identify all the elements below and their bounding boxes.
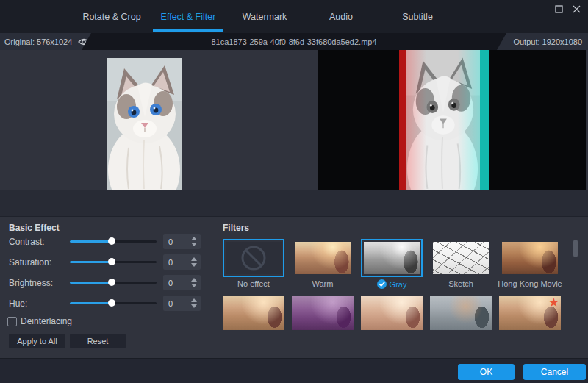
spin-up-icon[interactable] — [191, 257, 197, 261]
anaglyph-cyan-band — [480, 50, 489, 190]
saturation-label: Saturation: — [9, 257, 51, 268]
spin-down-icon[interactable] — [191, 243, 197, 246]
saturation-slider[interactable] — [70, 258, 157, 266]
saturation-slider-thumb[interactable] — [108, 258, 115, 265]
deinterlacing-checkbox[interactable] — [7, 317, 17, 326]
info-bar: Original: 576x1024 81ca1873-259a-40f0-8f… — [0, 33, 588, 50]
ok-button[interactable]: OK — [458, 364, 514, 380]
filter-hong-kong-movie[interactable] — [499, 239, 561, 277]
filter-hong-kong-movie-label[interactable]: Hong Kong Movie — [499, 279, 561, 288]
preview-eye-button[interactable] — [78, 37, 90, 46]
filter-gray[interactable] — [361, 239, 423, 277]
tab-bar: Rotate & Crop Effect & Filter Watermark … — [74, 0, 456, 33]
tab-watermark[interactable]: Watermark — [226, 0, 303, 33]
selected-check-icon — [377, 279, 387, 289]
tab-audio[interactable]: Audio — [303, 0, 379, 33]
apply-to-all-button[interactable]: Apply to All — [9, 334, 65, 348]
maximize-icon — [555, 5, 563, 13]
contrast-value: 0 — [163, 237, 189, 246]
brightness-label: Brightness: — [9, 278, 53, 288]
filter-thumb-row2-1[interactable] — [223, 296, 284, 330]
anaglyph-tint-overlay — [406, 50, 480, 190]
filtered-video-preview — [399, 50, 489, 190]
reset-button[interactable]: Reset — [70, 334, 126, 348]
original-resolution-badge: Original: 576x1024 — [0, 33, 91, 50]
hue-slider[interactable] — [70, 299, 157, 307]
filter-sketch[interactable] — [430, 239, 492, 277]
video-filename: 81ca1873-259a-40f0-8f6d-33f680da5ed2.mp4 — [147, 33, 441, 50]
tab-label: Watermark — [243, 12, 287, 22]
footer-bar: OK Cancel — [0, 358, 588, 383]
contrast-slider[interactable] — [70, 237, 157, 246]
anaglyph-red-band — [399, 50, 406, 190]
contrast-slider-thumb[interactable] — [108, 237, 115, 245]
brightness-slider[interactable] — [70, 279, 157, 287]
output-resolution: Output: 1920x1080 — [513, 37, 582, 46]
hue-slider-thumb[interactable] — [108, 299, 115, 307]
eye-icon — [78, 37, 90, 46]
filter-thumb-row2-3[interactable] — [361, 296, 423, 330]
spin-down-icon[interactable] — [191, 263, 197, 267]
filter-no-effect-label[interactable]: No effect — [223, 279, 284, 288]
cancel-button[interactable]: Cancel — [523, 364, 586, 380]
brightness-value: 0 — [163, 279, 189, 287]
tab-rotate-crop[interactable]: Rotate & Crop — [74, 0, 150, 33]
original-video-preview — [107, 58, 182, 190]
filter-thumb-row2-5[interactable]: ★ — [499, 296, 561, 330]
hong-kong-movie-thumbnail — [502, 242, 558, 274]
filter-no-effect[interactable] — [223, 239, 284, 277]
tab-label: Subtitle — [402, 12, 433, 22]
saturation-spinner[interactable]: 0 — [163, 254, 201, 270]
brightness-spinner[interactable]: 0 — [163, 275, 201, 290]
filter-warm[interactable] — [292, 239, 354, 277]
filter-warm-label[interactable]: Warm — [292, 279, 354, 288]
filter-thumb-row2-2[interactable] — [292, 296, 354, 330]
close-button[interactable] — [570, 3, 582, 15]
gray-thumbnail — [364, 242, 420, 274]
filter-sketch-label[interactable]: Sketch — [430, 279, 492, 288]
adjustment-panel: Basic Effect Contrast: 0 Saturation: 0 B… — [0, 217, 588, 358]
hue-spinner[interactable]: 0 — [163, 296, 201, 311]
spin-up-icon[interactable] — [191, 298, 197, 302]
filters-scrollbar[interactable] — [573, 240, 578, 257]
spin-up-icon[interactable] — [191, 237, 197, 240]
close-icon — [573, 5, 581, 13]
filter-thumb-row2-4[interactable] — [430, 296, 492, 330]
active-tab-underline — [153, 29, 223, 32]
hue-label: Hue: — [9, 298, 27, 309]
contrast-label: Contrast: — [9, 237, 45, 247]
contrast-spinner[interactable]: 0 — [163, 234, 201, 249]
star-icon: ★ — [548, 295, 559, 310]
sketch-thumbnail — [433, 242, 489, 274]
tab-subtitle[interactable]: Subtitle — [379, 0, 456, 33]
output-resolution-badge: Output: 1920x1080 — [497, 33, 588, 50]
saturation-value: 0 — [163, 258, 189, 267]
effect-filter-dialog: Rotate & Crop Effect & Filter Watermark … — [0, 0, 588, 383]
brightness-slider-thumb[interactable] — [108, 279, 115, 286]
basic-effect-title: Basic Effect — [9, 223, 60, 233]
preview-area — [0, 50, 588, 190]
filter-gray-label[interactable]: Gray — [361, 279, 423, 289]
tab-label: Audio — [329, 12, 353, 22]
warm-thumbnail — [295, 242, 351, 274]
title-bar: Rotate & Crop Effect & Filter Watermark … — [0, 0, 588, 33]
spin-down-icon[interactable] — [191, 284, 197, 287]
hue-value: 0 — [163, 299, 189, 308]
tab-effect-filter[interactable]: Effect & Filter — [150, 0, 226, 33]
filters-title: Filters — [223, 223, 249, 233]
output-video-panel — [318, 50, 586, 190]
tab-label: Rotate & Crop — [82, 12, 140, 22]
tab-label: Effect & Filter — [161, 12, 216, 22]
playback-bar: 00:00:02.19/00:00:05.14 — [0, 190, 588, 217]
deinterlacing-label: Deinterlacing — [21, 316, 72, 326]
maximize-button[interactable] — [553, 3, 564, 15]
spin-up-icon[interactable] — [191, 278, 197, 282]
no-effect-icon — [240, 244, 268, 272]
spin-down-icon[interactable] — [191, 304, 197, 308]
original-resolution: Original: 576x1024 — [4, 37, 72, 46]
